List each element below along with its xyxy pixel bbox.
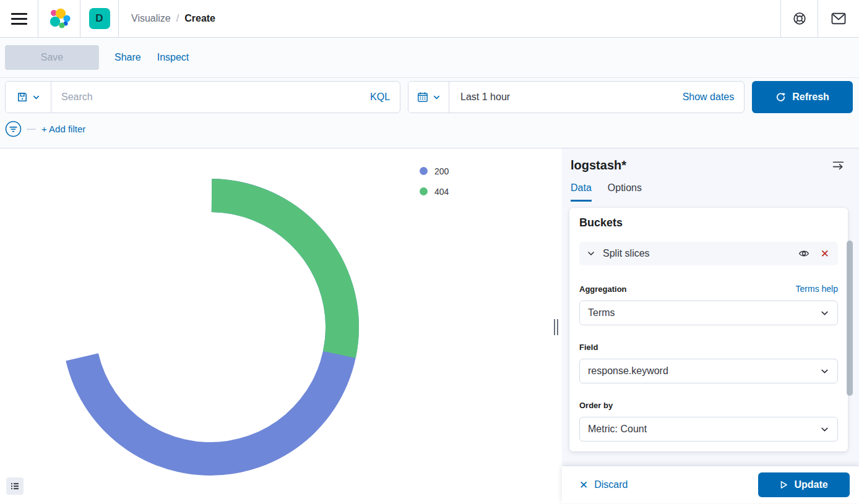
help-life-ring-icon — [793, 12, 806, 25]
aggregation-field-group: Aggregation Terms help Terms — [579, 284, 838, 325]
tab-options[interactable]: Options — [608, 182, 642, 202]
date-quick-menu-button[interactable] — [408, 82, 449, 113]
share-button[interactable]: Share — [114, 52, 141, 63]
breadcrumb-separator: / — [176, 13, 179, 24]
field-field-group: Field response.keyword — [579, 343, 838, 383]
donut-chart — [0, 148, 562, 503]
kibana-visualize-app: D Visualize / Create Save Share Inspect — [0, 0, 859, 504]
mail-icon — [831, 12, 846, 25]
visualization-chart-area: 200 404 — [0, 148, 562, 503]
panel-resize-handle[interactable] — [551, 318, 560, 336]
refresh-label: Refresh — [792, 92, 829, 103]
buckets-heading: Buckets — [579, 216, 838, 229]
breadcrumb: Visualize / Create — [119, 0, 781, 37]
order-by-select[interactable]: Metric: Count — [579, 417, 838, 442]
order-by-value: Metric: Count — [588, 424, 647, 435]
filter-bar-divider — [27, 129, 36, 130]
inspect-button[interactable]: Inspect — [157, 52, 189, 63]
newsfeed-button[interactable] — [818, 0, 859, 37]
chevron-down-icon — [433, 93, 441, 101]
tab-data[interactable]: Data — [571, 182, 592, 202]
visualize-menu-bar: Save Share Inspect — [0, 38, 859, 78]
space-badge[interactable]: D — [89, 8, 110, 29]
show-dates-button[interactable]: Show dates — [673, 92, 745, 103]
aggregation-value: Terms — [588, 307, 615, 318]
space-selector[interactable]: D — [80, 0, 119, 37]
add-filter-button[interactable]: + Add filter — [41, 124, 85, 134]
editor-tabs: Data Options — [569, 182, 848, 202]
breadcrumb-create: Create — [184, 13, 215, 24]
chevron-down-icon — [820, 367, 829, 376]
order-by-field-group: Order by Metric: Count — [579, 401, 838, 442]
filter-icon — [5, 121, 22, 137]
discard-button[interactable]: ✕ Discard — [579, 479, 628, 492]
breadcrumb-visualize[interactable]: Visualize — [131, 13, 171, 24]
list-icon — [10, 481, 20, 491]
aggregation-select[interactable]: Terms — [579, 301, 838, 325]
collapse-panel-button[interactable] — [831, 158, 845, 173]
chevron-down-icon — [820, 309, 829, 318]
donut-slice-404[interactable] — [212, 179, 359, 358]
elastic-logo[interactable] — [38, 0, 80, 37]
close-icon: ✕ — [579, 479, 588, 492]
discard-label: Discard — [594, 479, 628, 490]
update-button[interactable]: Update — [758, 472, 850, 497]
filter-options-button[interactable] — [5, 121, 22, 137]
order-by-label: Order by — [579, 401, 613, 410]
menu-right-icon — [832, 160, 844, 171]
main-content: 200 404 logstash* — [0, 148, 859, 503]
chevron-down-icon — [820, 425, 829, 434]
legend-item-200[interactable]: 200 — [420, 161, 449, 181]
field-value: response.keyword — [588, 365, 668, 377]
date-picker-bar: Last 1 hour Show dates — [408, 81, 745, 113]
search-bar: KQL — [5, 81, 400, 113]
query-language-button[interactable]: KQL — [360, 92, 400, 103]
elastic-logo-icon — [48, 7, 71, 30]
chevron-down-icon — [587, 249, 595, 258]
terms-help-link[interactable]: Terms help — [796, 284, 838, 294]
play-icon — [780, 481, 788, 489]
time-range-display[interactable]: Last 1 hour — [449, 92, 673, 103]
legend-toggle-button[interactable] — [6, 477, 24, 495]
split-slices-label: Split slices — [603, 248, 797, 259]
calendar-icon — [417, 92, 428, 103]
field-label: Field — [579, 343, 598, 352]
legend-dot-404 — [420, 187, 428, 195]
editor-action-bar: ✕ Discard Update — [562, 466, 859, 503]
chevron-down-icon — [32, 93, 40, 101]
refresh-icon — [775, 92, 786, 103]
aggregation-label: Aggregation — [579, 284, 627, 294]
save-icon — [17, 92, 28, 103]
search-input[interactable] — [51, 92, 360, 103]
refresh-button[interactable]: Refresh — [752, 81, 853, 113]
legend-dot-200 — [420, 167, 428, 175]
toggle-visibility-button[interactable] — [797, 247, 811, 260]
index-pattern-title: logstash* — [571, 158, 626, 173]
legend-label-200: 200 — [434, 166, 449, 176]
save-button[interactable]: Save — [5, 45, 99, 70]
chart-legend: 200 404 — [420, 161, 449, 202]
saved-query-menu-button[interactable] — [6, 82, 51, 113]
update-label: Update — [794, 479, 827, 490]
main-menu-button[interactable] — [0, 0, 38, 37]
split-slices-accordion[interactable]: Split slices ✕ — [579, 242, 838, 265]
query-bar-zone: KQL Last 1 hour Show dates — [0, 78, 859, 148]
help-menu-button[interactable] — [781, 0, 818, 37]
buckets-card: Buckets Split slices ✕ — [569, 208, 848, 451]
legend-label-404: 404 — [434, 187, 449, 197]
visualization-editor-panel: logstash* Data Options Buckets — [562, 148, 859, 503]
hamburger-icon — [11, 13, 27, 25]
remove-bucket-button[interactable]: ✕ — [819, 246, 831, 262]
panel-scrollbar-thumb[interactable] — [847, 241, 853, 396]
eye-icon — [798, 248, 809, 259]
field-select[interactable]: response.keyword — [579, 359, 838, 383]
legend-item-404[interactable]: 404 — [420, 181, 449, 202]
filter-bar: + Add filter — [5, 121, 853, 137]
top-header: D Visualize / Create — [0, 0, 859, 38]
